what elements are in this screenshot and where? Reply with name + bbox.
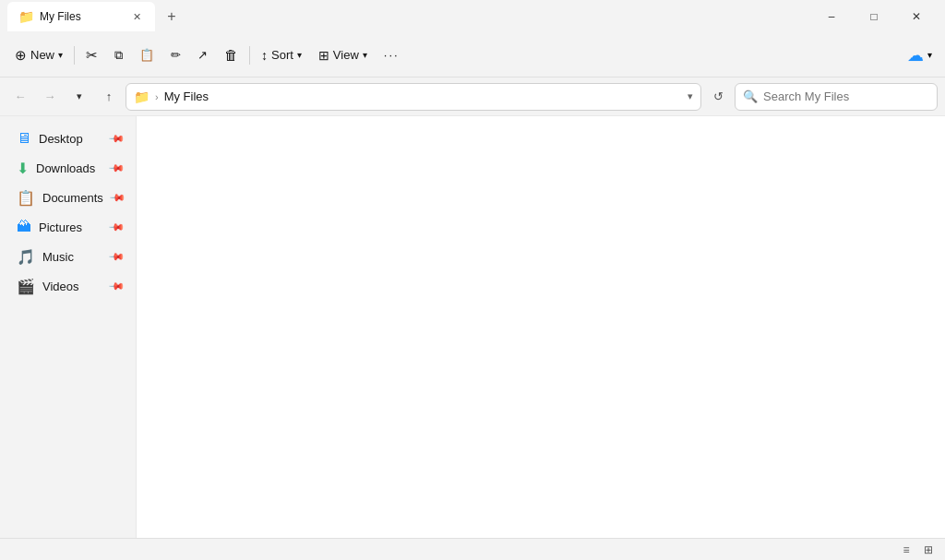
sidebar-item-desktop[interactable]: 🖥 Desktop 📌	[4, 124, 132, 153]
tab-area: 📁 My Files ✕ +	[7, 0, 810, 33]
new-chevron-icon: ▾	[58, 50, 63, 60]
back-icon: ←	[15, 89, 27, 103]
forward-icon: →	[44, 89, 56, 103]
sidebar: 🖥 Desktop 📌 ⬇ Downloads 📌 📋 Documents 📌 …	[0, 116, 137, 538]
desktop-icon: 🖥	[17, 130, 31, 147]
cut-icon: ✂	[86, 47, 98, 64]
view-label: View	[333, 48, 359, 62]
sidebar-item-documents[interactable]: 📋 Documents 📌	[4, 183, 132, 212]
forward-button[interactable]: →	[37, 84, 63, 110]
pictures-icon: 🏔	[17, 219, 31, 235]
delete-button[interactable]: 🗑	[217, 40, 245, 71]
search-icon: 🔍	[743, 89, 758, 103]
share-icon: ↗	[197, 48, 208, 62]
toolbar: ⊕ New ▾ ✂ ⧉ 📋 ✏ ↗ 🗑 ↕ Sort ▾ ⊞ View ▾ ··…	[0, 33, 945, 77]
rename-button[interactable]: ✏	[163, 40, 188, 71]
share-button[interactable]: ↗	[190, 40, 215, 71]
pin-icon-documents: 📌	[108, 188, 126, 206]
up-icon: ↑	[106, 89, 113, 103]
cloud-icon: ☁	[907, 45, 924, 66]
pin-icon-downloads: 📌	[107, 159, 125, 176]
sort-label: Sort	[271, 48, 293, 62]
pin-icon-videos: 📌	[107, 277, 125, 294]
toolbar-separator-2	[249, 46, 250, 65]
search-bar[interactable]: 🔍	[735, 83, 938, 111]
sort-button[interactable]: ↕ Sort ▾	[254, 40, 309, 71]
rename-icon: ✏	[171, 48, 181, 62]
new-tab-button[interactable]: +	[159, 4, 185, 30]
view-button[interactable]: ⊞ View ▾	[311, 40, 375, 71]
title-bar: 📁 My Files ✕ + – □ ✕	[0, 0, 945, 33]
view-icon: ⊞	[318, 48, 329, 63]
more-button[interactable]: ···	[377, 40, 407, 71]
videos-icon: 🎬	[17, 278, 35, 295]
cloud-button[interactable]: ☁ ▾	[902, 40, 938, 71]
address-chevron-icon: ›	[155, 91, 159, 102]
delete-icon: 🗑	[224, 47, 238, 63]
address-folder-icon: 📁	[134, 89, 150, 104]
sidebar-item-pictures-label: Pictures	[39, 220, 102, 234]
minimize-button[interactable]: –	[810, 0, 853, 33]
back-button[interactable]: ←	[7, 84, 33, 110]
sidebar-item-downloads[interactable]: ⬇ Downloads 📌	[4, 153, 132, 183]
sort-icon: ↕	[261, 48, 268, 63]
sidebar-item-music[interactable]: 🎵 Music 📌	[4, 242, 132, 271]
recent-locations-button[interactable]: ▾	[66, 84, 92, 110]
refresh-button[interactable]: ↺	[705, 84, 731, 110]
address-dropdown-icon[interactable]: ▾	[688, 90, 693, 102]
address-bar[interactable]: 📁 › My Files ▾	[126, 83, 701, 111]
tab-folder-icon: 📁	[18, 9, 34, 24]
grid-view-button[interactable]: ⊞	[919, 541, 938, 559]
sidebar-item-desktop-label: Desktop	[39, 132, 102, 146]
new-button[interactable]: ⊕ New ▾	[7, 40, 70, 71]
toolbar-separator-1	[74, 46, 75, 65]
documents-icon: 📋	[17, 189, 35, 207]
main-content: 🖥 Desktop 📌 ⬇ Downloads 📌 📋 Documents 📌 …	[0, 116, 945, 538]
sidebar-item-downloads-label: Downloads	[36, 161, 102, 175]
sidebar-item-pictures[interactable]: 🏔 Pictures 📌	[4, 212, 132, 242]
window-controls: – □ ✕	[810, 0, 938, 33]
sidebar-item-videos-label: Videos	[42, 280, 102, 293]
file-area[interactable]	[137, 116, 945, 538]
chevron-down-icon: ▾	[77, 90, 82, 102]
address-bar-row: ← → ▾ ↑ 📁 › My Files ▾ ↺ 🔍	[0, 77, 945, 116]
paste-button[interactable]: 📋	[132, 40, 161, 71]
more-icon: ···	[384, 48, 400, 62]
paste-icon: 📋	[139, 48, 154, 62]
sidebar-item-music-label: Music	[42, 250, 102, 264]
pin-icon-pictures: 📌	[107, 218, 125, 235]
pin-icon-desktop: 📌	[107, 129, 125, 147]
address-path: My Files	[164, 89, 209, 103]
cloud-chevron-icon: ▾	[927, 50, 932, 60]
list-view-icon: ≡	[903, 543, 909, 556]
downloads-icon: ⬇	[17, 160, 29, 177]
up-button[interactable]: ↑	[96, 84, 122, 110]
new-label: New	[30, 48, 54, 62]
tab-close-button[interactable]: ✕	[129, 9, 144, 24]
active-tab[interactable]: 📁 My Files ✕	[7, 2, 155, 31]
cut-button[interactable]: ✂	[78, 40, 105, 71]
sidebar-item-videos[interactable]: 🎬 Videos 📌	[4, 271, 132, 301]
copy-icon: ⧉	[114, 48, 123, 63]
status-bar: ≡ ⊞	[0, 538, 945, 560]
grid-view-icon: ⊞	[924, 543, 933, 556]
tab-title: My Files	[40, 10, 81, 23]
sidebar-item-documents-label: Documents	[42, 191, 103, 205]
view-chevron-icon: ▾	[363, 50, 367, 60]
search-input[interactable]	[763, 89, 911, 103]
new-icon: ⊕	[15, 47, 27, 64]
copy-button[interactable]: ⧉	[107, 40, 130, 71]
music-icon: 🎵	[17, 248, 35, 266]
close-button[interactable]: ✕	[895, 0, 938, 33]
list-view-button[interactable]: ≡	[897, 541, 915, 559]
maximize-button[interactable]: □	[853, 0, 895, 33]
sort-chevron-icon: ▾	[297, 50, 302, 60]
refresh-icon: ↺	[713, 89, 724, 103]
pin-icon-music: 📌	[107, 247, 125, 265]
